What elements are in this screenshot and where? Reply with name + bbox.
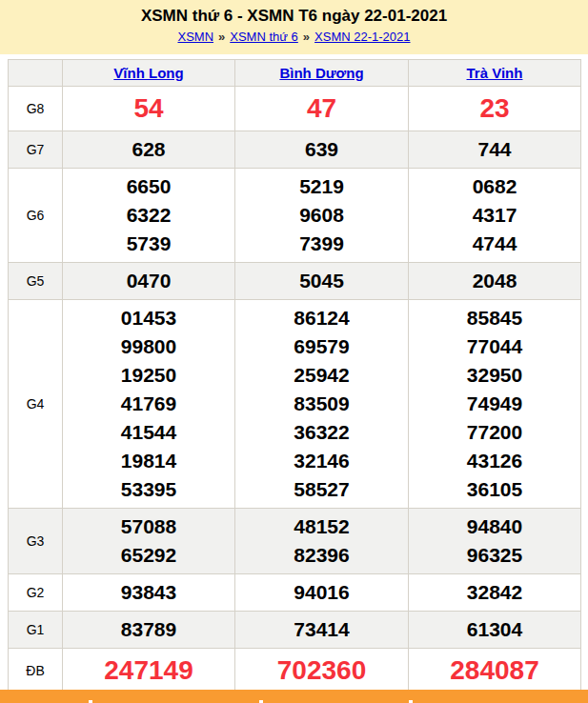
result-number: 47	[235, 90, 408, 127]
prize-label: G4	[9, 300, 63, 509]
result-number: 77044	[409, 332, 580, 361]
result-number: 5219	[235, 172, 408, 201]
result-number: 01453	[63, 304, 234, 332]
result-number: 61304	[409, 615, 580, 644]
result-number: 32842	[409, 578, 580, 607]
result-number: 284087	[409, 653, 580, 689]
result-number: 82396	[235, 541, 408, 570]
prize-label: G1	[9, 612, 63, 649]
result-number: 94016	[235, 578, 408, 607]
result-cell: 54	[63, 87, 235, 131]
result-number: 19814	[63, 447, 234, 475]
prize-label: G8	[9, 87, 63, 131]
result-number: 83509	[235, 390, 408, 418]
breadcrumb: XSMN»XSMN thứ 6»XSMN 22-1-2021	[0, 30, 588, 44]
result-cell: 73414	[235, 612, 409, 649]
province-link-binh-duong[interactable]: Bình Dương	[279, 65, 363, 81]
table-row-g7: G7628639744	[9, 131, 581, 169]
result-number: 6322	[63, 201, 234, 230]
province-link-tra-vinh[interactable]: Trà Vinh	[467, 65, 523, 81]
results-table: Vĩnh Long Bình Dương Trà Vinh G8544723G7…	[8, 59, 581, 693]
result-cell: 665063225739	[63, 169, 235, 263]
header-banner: XSMN thứ 6 - XSMN T6 ngày 22-01-2021 XSM…	[0, 0, 588, 54]
result-cell: 47	[235, 87, 409, 131]
result-number: 36105	[409, 475, 580, 504]
page-title: XSMN thứ 6 - XSMN T6 ngày 22-01-2021	[0, 7, 588, 26]
prize-label: G7	[9, 131, 63, 169]
result-cell: 521996087399	[235, 169, 409, 263]
result-cell: 9484096325	[409, 509, 581, 574]
result-cell: 01453998001925041769415441981453395	[63, 300, 235, 509]
table-row-g3: G3570886529248152823969484096325	[9, 509, 581, 574]
column-header-vinh-long: Vĩnh Long	[63, 60, 235, 87]
result-cell: 628	[63, 131, 235, 169]
result-cell: 86124695792594283509363223214658527	[235, 300, 409, 509]
result-number: 7399	[235, 230, 408, 258]
prize-label: G6	[9, 169, 63, 263]
result-number: 74949	[409, 390, 580, 418]
result-number: 628	[63, 135, 234, 164]
result-number: 5045	[235, 267, 408, 295]
result-number: 69579	[235, 332, 408, 361]
result-cell: 068243174744	[409, 169, 581, 263]
result-cell: 23	[409, 87, 581, 131]
result-number: 85845	[409, 304, 580, 332]
result-number: 25942	[235, 361, 408, 390]
result-cell: 702360	[235, 649, 409, 693]
result-number: 0470	[63, 267, 234, 295]
result-cell: 744	[409, 131, 581, 169]
result-number: 77200	[409, 418, 580, 447]
result-cell: 83789	[63, 612, 235, 649]
result-cell: 61304	[409, 612, 581, 649]
result-number: 65292	[63, 541, 234, 570]
result-cell: 0470	[63, 263, 235, 300]
result-cell: 284087	[409, 649, 581, 693]
result-number: 54	[63, 90, 234, 127]
result-number: 86124	[235, 304, 408, 332]
result-cell: 5708865292	[63, 509, 235, 574]
table-row-g2: G2938439401632842	[9, 574, 581, 612]
result-number: 247149	[63, 653, 234, 689]
result-number: 53395	[63, 475, 234, 504]
result-number: 0682	[409, 172, 580, 201]
province-link-vinh-long[interactable]: Vĩnh Long	[113, 65, 183, 81]
result-number: 41544	[63, 418, 234, 447]
column-header-binh-duong: Bình Dương	[235, 60, 409, 87]
result-number: 639	[235, 135, 408, 164]
column-header-tra-vinh: Trà Vinh	[409, 60, 581, 87]
result-cell: 5045	[235, 263, 409, 300]
result-number: 41769	[63, 390, 234, 418]
result-cell: 85845770443295074949772004312636105	[409, 300, 581, 509]
result-number: 4317	[409, 201, 580, 230]
footer-bar	[0, 690, 588, 703]
prize-label: G2	[9, 574, 63, 612]
result-cell: 93843	[63, 574, 235, 612]
result-cell: 4815282396	[235, 509, 409, 574]
result-cell: 32842	[409, 574, 581, 612]
breadcrumb-link-xsmn-date[interactable]: XSMN 22-1-2021	[314, 30, 411, 44]
result-cell: 2048	[409, 263, 581, 300]
result-number: 4744	[409, 230, 580, 258]
table-row-g6: G6665063225739521996087399068243174744	[9, 169, 581, 263]
result-number: 9608	[235, 201, 408, 230]
breadcrumb-link-xsmn-thu-6[interactable]: XSMN thứ 6	[229, 30, 299, 44]
breadcrumb-separator: »	[214, 30, 229, 44]
table-row-đb: ĐB247149702360284087	[9, 649, 581, 693]
result-number: 702360	[235, 653, 408, 689]
breadcrumb-link-xsmn[interactable]: XSMN	[176, 30, 214, 44]
result-number: 36322	[235, 418, 408, 447]
prize-label: G3	[9, 509, 63, 574]
result-cell: 639	[235, 131, 409, 169]
result-number: 99800	[63, 332, 234, 361]
result-number: 48152	[235, 512, 408, 541]
prize-label: G5	[9, 263, 63, 300]
result-number: 744	[409, 135, 580, 164]
results-body: G8544723G7628639744G66650632257395219960…	[9, 87, 581, 693]
table-row-g5: G5047050452048	[9, 263, 581, 300]
result-cell: 247149	[63, 649, 235, 693]
result-number: 93843	[63, 578, 234, 607]
result-number: 96325	[409, 541, 580, 570]
table-row-g8: G8544723	[9, 87, 581, 131]
result-number: 32146	[235, 447, 408, 475]
result-number: 83789	[63, 615, 234, 644]
